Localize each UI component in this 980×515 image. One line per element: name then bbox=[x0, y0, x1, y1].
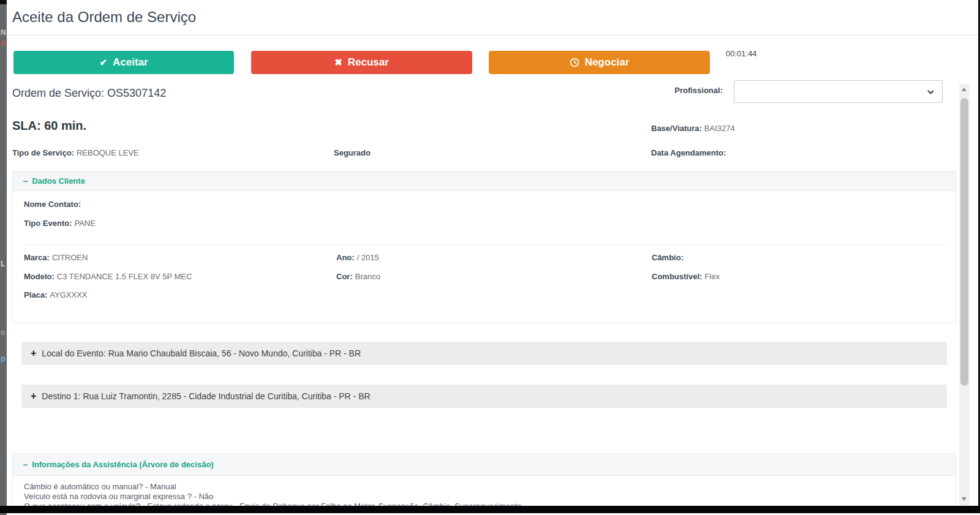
fuel-value: Flex bbox=[704, 272, 720, 281]
fuel-label: Combustível: bbox=[652, 272, 702, 281]
professional-label: Profissional: bbox=[606, 86, 723, 95]
service-type-value: REBOQUE LEVE bbox=[77, 148, 139, 157]
contact-name-line: Nome Contato: bbox=[24, 200, 83, 209]
assistance-panel-body: Câmbio é automático ou manual? - Manual … bbox=[13, 476, 956, 506]
destination-expander[interactable]: + Destino 1:Rua Luiz Tramontin, 2285 - C… bbox=[21, 385, 947, 408]
destination-address: Rua Luiz Tramontin, 2285 - Cidade Indust… bbox=[83, 391, 370, 401]
brand-label: Marca: bbox=[24, 253, 50, 262]
event-location-text: Local do Evento:Rua Mario Chaubald Bisca… bbox=[42, 348, 361, 358]
chevron-down-icon bbox=[927, 88, 935, 96]
order-number-label: Ordem de Serviço: bbox=[12, 87, 104, 99]
vertical-scrollbar[interactable] bbox=[959, 84, 970, 506]
decision-tree-line: Câmbio é automático ou manual? - Manual bbox=[24, 482, 956, 492]
decision-tree-line: Veículo está na rodovia ou marginal expr… bbox=[24, 492, 956, 502]
refuse-button-label: Recusar bbox=[348, 56, 389, 69]
client-panel-header[interactable]: − Dados Cliente bbox=[13, 171, 956, 191]
destination-text: Destino 1:Rua Luiz Tramontin, 2285 - Cid… bbox=[42, 391, 370, 401]
event-type-value: PANE bbox=[74, 219, 95, 228]
refuse-button[interactable]: ✖ Recusar bbox=[251, 51, 472, 74]
service-type-label: Tipo de Serviço: bbox=[12, 148, 74, 157]
event-type-line: Tipo Evento:PANE bbox=[24, 219, 96, 228]
collapse-icon: − bbox=[23, 176, 28, 186]
schedule-date-label: Data Agendamento: bbox=[651, 148, 726, 157]
x-icon: ✖ bbox=[334, 57, 342, 68]
service-type-line: Tipo de Serviço:REBOQUE LEVE bbox=[12, 148, 139, 157]
plate-value: AYGXXXX bbox=[50, 290, 87, 299]
event-location-expander[interactable]: + Local do Evento:Rua Mario Chaubald Bis… bbox=[21, 342, 947, 365]
schedule-date-line: Data Agendamento: bbox=[651, 148, 728, 157]
event-location-label: Local do Evento: bbox=[42, 348, 105, 358]
event-location-address: Rua Mario Chaubald Biscaia, 56 - Novo Mu… bbox=[108, 348, 361, 358]
clock-icon bbox=[570, 58, 579, 67]
color-line: Cor:Branco bbox=[336, 272, 380, 281]
collapse-icon: − bbox=[23, 460, 28, 470]
model-label: Modelo: bbox=[24, 272, 55, 281]
background-app-fragment: o bbox=[1, 328, 5, 337]
expand-icon: + bbox=[31, 391, 36, 402]
base-vehicle-line: Base/Viatura:BAI3274 bbox=[651, 124, 735, 133]
contact-name-label: Nome Contato: bbox=[24, 200, 81, 209]
client-panel-title: Dados Cliente bbox=[32, 176, 85, 186]
accept-button[interactable]: ✔ Aceitar bbox=[13, 51, 234, 74]
plate-line: Placa:AYGXXXX bbox=[24, 290, 88, 299]
check-icon: ✔ bbox=[99, 57, 107, 68]
countdown-timer: 00:01:44 bbox=[726, 49, 757, 58]
negotiate-button[interactable]: Negociar bbox=[489, 51, 710, 74]
base-vehicle-value: BAI3274 bbox=[704, 124, 735, 133]
gearbox-label: Câmbio: bbox=[652, 253, 684, 262]
color-value: Branco bbox=[355, 272, 380, 281]
background-page-bottom bbox=[0, 506, 980, 513]
brand-value: CITROEN bbox=[52, 253, 88, 262]
year-label: Ano: bbox=[336, 253, 355, 262]
fuel-line: Combustível:Flex bbox=[652, 272, 720, 281]
scroll-down-button[interactable] bbox=[959, 495, 970, 505]
order-number-line: Ordem de Serviço: OS5307142 bbox=[12, 87, 166, 100]
background-app-fragment: N bbox=[1, 28, 6, 37]
model-value: C3 TENDANCE 1.5 FLEX 8V 5P MEC bbox=[57, 272, 192, 281]
background-app-fragment: L bbox=[1, 260, 5, 268]
client-data-panel: − Dados Cliente Nome Contato: Tipo Event… bbox=[12, 171, 956, 323]
header-divider bbox=[7, 35, 978, 36]
base-vehicle-label: Base/Viatura: bbox=[651, 124, 702, 133]
modal-title: Aceite da Ordem de Serviço bbox=[12, 9, 196, 26]
triangle-down-icon bbox=[962, 497, 967, 501]
professional-select[interactable] bbox=[734, 80, 943, 103]
year-value: / 2015 bbox=[357, 253, 379, 262]
gearbox-line: Câmbio: bbox=[652, 253, 686, 262]
insured-label: Segurado bbox=[334, 148, 371, 157]
model-line: Modelo:C3 TENDANCE 1.5 FLEX 8V 5P MEC bbox=[24, 272, 192, 281]
background-page-strip: N A L o P bbox=[0, 0, 7, 515]
accept-button-label: Aceitar bbox=[113, 56, 148, 69]
assistance-panel-header[interactable]: − Informações da Assistência (Árvore de … bbox=[13, 454, 956, 476]
negotiate-button-label: Negociar bbox=[585, 56, 630, 69]
background-app-fragment: P bbox=[1, 356, 6, 364]
scrollbar-thumb[interactable] bbox=[960, 98, 968, 386]
order-number-value: OS5307142 bbox=[107, 87, 166, 99]
sla-text: SLA: 60 min. bbox=[12, 119, 86, 133]
plate-label: Placa: bbox=[24, 290, 47, 299]
scroll-up-button[interactable] bbox=[959, 84, 970, 94]
background-corner bbox=[0, 0, 7, 4]
event-type-label: Tipo Evento: bbox=[24, 219, 72, 228]
expand-icon: + bbox=[31, 348, 36, 359]
brand-line: Marca:CITROEN bbox=[24, 253, 88, 262]
panel-divider bbox=[24, 245, 946, 246]
triangle-up-icon bbox=[962, 88, 967, 91]
assistance-info-panel: − Informações da Assistência (Árvore de … bbox=[12, 453, 956, 506]
destination-label: Destino 1: bbox=[42, 391, 80, 401]
decision-tree-line: O que aconteceu com o veículo? - Estava … bbox=[24, 502, 956, 506]
service-order-accept-modal: Aceite da Ordem de Serviço ✔ Aceitar ✖ R… bbox=[7, 0, 978, 506]
background-app-fragment: A bbox=[1, 39, 6, 48]
year-line: Ano:/ 2015 bbox=[336, 253, 379, 262]
color-label: Cor: bbox=[336, 272, 353, 281]
assistance-panel-title: Informações da Assistência (Árvore de de… bbox=[32, 460, 213, 469]
